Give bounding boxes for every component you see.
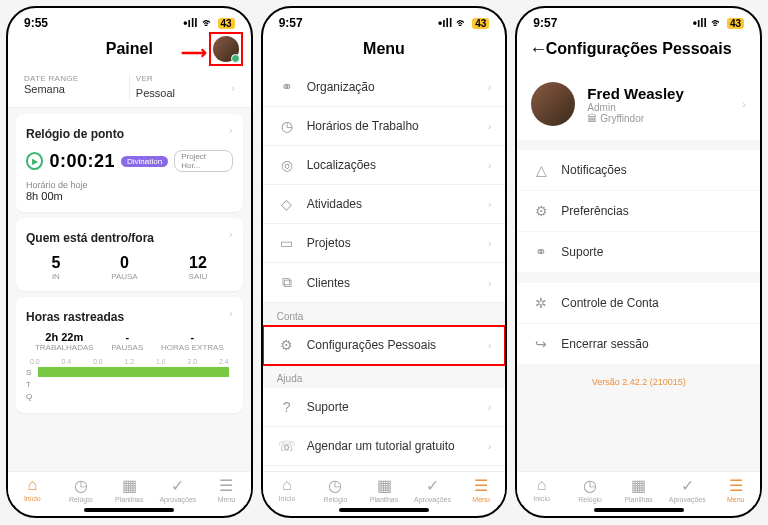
building-icon: 🏛: [587, 113, 597, 124]
status-bar: 9:55 •ıll ᯤ 43: [8, 8, 251, 34]
menu-org[interactable]: ⚭Organização›: [263, 68, 506, 107]
item-support[interactable]: ⚭Suporte: [517, 232, 760, 273]
status-bar: 9:57 •ıll ᯤ 43: [517, 8, 760, 34]
phone-settings: 9:57 •ıll ᯤ 43 ← Configurações Pessoais …: [515, 6, 762, 518]
page-title: Painel: [106, 40, 153, 58]
tag-secondary[interactable]: Project Hor...: [174, 150, 233, 172]
page-title: Menu: [363, 40, 405, 58]
home-icon: ⌂: [8, 476, 57, 494]
user-gear-icon: ⚙: [277, 337, 297, 353]
pin-icon: ◎: [277, 157, 297, 173]
chevron-right-icon: ›: [229, 307, 233, 319]
menu-personal-settings[interactable]: ⚙Configurações Pessoais›: [263, 326, 506, 365]
menu-projects[interactable]: ▭Projetos›: [263, 224, 506, 263]
tab-sheets[interactable]: ▦Planilhas: [105, 476, 154, 503]
tab-home[interactable]: ⌂Início: [8, 476, 57, 503]
tab-sheets[interactable]: ▦Planilhas: [614, 476, 663, 503]
org-icon: ⚭: [277, 79, 297, 95]
tabbar: ⌂Início ◷Relógio ▦Planilhas ✓Aprovações …: [8, 471, 251, 505]
play-icon[interactable]: ▶: [26, 152, 43, 170]
chart-axis: 0.00.40.81.21.62.02.4: [26, 358, 233, 365]
track-cols: 2h 22mTRABALHADAS -PAUSAS -HORAS EXTRAS: [26, 331, 233, 352]
bar-q: Q: [26, 391, 233, 401]
menu-clients[interactable]: ⧉Clientes›: [263, 263, 506, 303]
tab-menu[interactable]: ☰Menu: [202, 476, 251, 503]
tab-approve[interactable]: ✓Aprovações: [663, 476, 712, 503]
clients-icon: ⧉: [277, 274, 297, 291]
signal-icon: •ıll: [438, 16, 452, 30]
tracked-card[interactable]: Horas rastreadas › 2h 22mTRABALHADAS -PA…: [16, 297, 243, 413]
sheets-icon: ▦: [614, 476, 663, 495]
stat-out: 12SAIU: [189, 254, 208, 281]
home-icon: ⌂: [263, 476, 312, 494]
section-account: Conta: [263, 303, 506, 326]
logout-icon: ↪: [531, 336, 551, 352]
sheets-icon: ▦: [360, 476, 409, 495]
sheets-icon: ▦: [105, 476, 154, 495]
home-indicator: [594, 508, 684, 512]
col-extras: -HORAS EXTRAS: [161, 331, 224, 352]
header: Painel ⟶: [8, 34, 251, 68]
clock-icon: ◷: [566, 476, 615, 495]
menu-schedules[interactable]: ◷Horários de Trabalho›: [263, 107, 506, 146]
tab-approve[interactable]: ✓Aprovações: [408, 476, 457, 503]
content: Fred Weasley Admin 🏛Gryffindor › △Notifi…: [517, 68, 760, 471]
col-worked: 2h 22mTRABALHADAS: [35, 331, 94, 352]
tab-menu[interactable]: ☰Menu: [457, 476, 506, 503]
profile-name: Fred Weasley: [587, 85, 742, 102]
help-icon: ?: [277, 399, 297, 415]
status-right: •ıll ᯤ 43: [693, 16, 744, 30]
battery-indicator: 43: [218, 18, 235, 29]
gear-icon: ⚙: [531, 203, 551, 219]
tab-clock[interactable]: ◷Relógio: [566, 476, 615, 503]
item-preferences[interactable]: ⚙Preferências: [517, 191, 760, 232]
tab-clock[interactable]: ◷Relógio: [57, 476, 106, 503]
headset-icon: ☏: [277, 438, 297, 454]
status-right: •ıll ᯤ 43: [438, 16, 489, 30]
item-logout[interactable]: ↪Encerrar sessão: [517, 324, 760, 365]
tab-sheets[interactable]: ▦Planilhas: [360, 476, 409, 503]
profile-org: 🏛Gryffindor: [587, 113, 742, 124]
signal-icon: •ıll: [183, 16, 197, 30]
who-card[interactable]: Quem está dentro/fora › 5IN 0PAUSA 12SAI…: [16, 218, 243, 291]
avatar-button[interactable]: [213, 36, 239, 62]
home-icon: ⌂: [517, 476, 566, 494]
col-pauses: -PAUSAS: [111, 331, 143, 352]
battery-indicator: 43: [472, 18, 489, 29]
clock-time: 0:00:21: [49, 151, 115, 172]
stats-row: 5IN 0PAUSA 12SAIU: [26, 254, 233, 281]
tab-approve[interactable]: ✓Aprovações: [154, 476, 203, 503]
clock-card[interactable]: Relógio de ponto › ▶ 0:00:21 Divination …: [16, 114, 243, 212]
filter-date[interactable]: DATE RANGE Semana: [18, 74, 130, 101]
profile-row[interactable]: Fred Weasley Admin 🏛Gryffindor ›: [517, 68, 760, 140]
today-label: Horário de hoje: [26, 180, 233, 190]
tab-home[interactable]: ⌂Início: [263, 476, 312, 503]
tab-home[interactable]: ⌂Início: [517, 476, 566, 503]
tab-menu[interactable]: ☰Menu: [711, 476, 760, 503]
content: ⚭Organização› ◷Horários de Trabalho› ◎Lo…: [263, 68, 506, 471]
menu-activities[interactable]: ◇Atividades›: [263, 185, 506, 224]
chevron-right-icon: ›: [231, 83, 234, 94]
shield-icon: ✓: [663, 476, 712, 495]
avatar: [531, 82, 575, 126]
menu-tutorial[interactable]: ☏Agendar um tutorial gratuito›: [263, 427, 506, 466]
bell-icon: △: [531, 162, 551, 178]
phone-menu: 9:57 •ıll ᯤ 43 Menu ⚭Organização› ◷Horár…: [261, 6, 508, 518]
home-indicator: [84, 508, 174, 512]
menu-support[interactable]: ?Suporte›: [263, 388, 506, 427]
menu-icon: ☰: [457, 476, 506, 495]
tag-icon: ◇: [277, 196, 297, 212]
tag-project[interactable]: Divination: [121, 156, 168, 167]
chevron-right-icon: ›: [488, 277, 492, 289]
back-button[interactable]: ←: [529, 39, 547, 60]
menu-locations[interactable]: ◎Localizações›: [263, 146, 506, 185]
clock-icon: ◷: [57, 476, 106, 495]
filter-view[interactable]: VER Pessoal ›: [130, 74, 241, 101]
tab-clock[interactable]: ◷Relógio: [311, 476, 360, 503]
stat-in: 5IN: [51, 254, 60, 281]
item-notifications[interactable]: △Notificações: [517, 150, 760, 191]
item-account-control[interactable]: ✲Controle de Conta: [517, 283, 760, 324]
tabbar: ⌂Início ◷Relógio ▦Planilhas ✓Aprovações …: [263, 471, 506, 505]
stat-pause: 0PAUSA: [111, 254, 138, 281]
account-icon: ✲: [531, 295, 551, 311]
